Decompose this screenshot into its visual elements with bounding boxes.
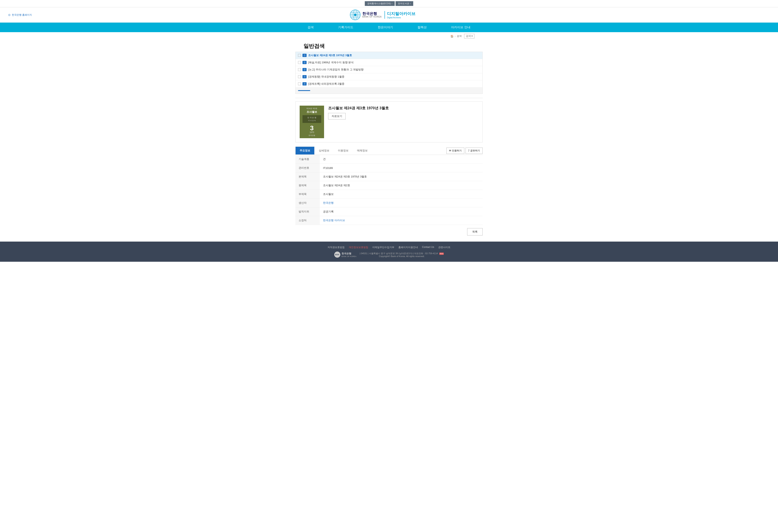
divider (295, 98, 483, 98)
search-dropdown-btn[interactable]: 검색 ▾ (464, 34, 474, 39)
breadcrumb: 🏠 › 검색 검색 ▾ (295, 32, 483, 39)
book-vol-label: 제24권 제3호 (301, 107, 323, 110)
tab-detail-info[interactable]: 상세정보 (314, 147, 334, 155)
tab-usage-info[interactable]: 이용정보 (334, 147, 353, 155)
result-item-2[interactable]: 건 [논고] 우리나라 기계공업의 현황과 그 개발방향 (296, 66, 482, 73)
home-link[interactable]: ⊙ 한국은행 홈페이지 (8, 13, 32, 17)
book-inner-box: 한 국 은 행 국 내 경 제 (303, 115, 321, 123)
page-title-bar: 일반검색 (295, 39, 483, 52)
result-checkbox-1[interactable] (298, 61, 301, 64)
footer-links: 저작권보호방침 개인정보보호방침 이메일무단수집거부 홈페이지이용안내 Cont… (8, 246, 770, 249)
elibrary-label: 전자도서관 (398, 2, 409, 5)
cite-button[interactable]: ✉ 인용하기 (446, 148, 464, 154)
share-button[interactable]: ⤴ 공유하기 (466, 148, 483, 154)
meta-value-7: 한국은행 아카이브 (320, 216, 483, 225)
view-data-button[interactable]: 자료보기 (328, 113, 345, 120)
back-to-list-button[interactable]: 목록 (467, 228, 483, 235)
result-tag-4: 건 (303, 82, 307, 85)
back-btn-bar: 목록 (295, 228, 483, 235)
archive-subtitle: Digital Archives (387, 16, 415, 19)
tab-actions: ✉ 인용하기 ⤴ 공유하기 (446, 148, 483, 154)
footer: 저작권보호방침 개인정보보호방침 이메일무단수집거부 홈페이지이용안내 Cont… (0, 242, 778, 262)
footer-link-contact[interactable]: Contact Us (422, 246, 434, 249)
book-number-area: 3 1970 (310, 125, 314, 134)
tab-media-info[interactable]: 매체정보 (353, 147, 372, 155)
result-item-1[interactable]: 건 [해설,자료] 1969년 국제수지 동향 분석 (296, 59, 482, 66)
share-icon: ⤴ (468, 149, 469, 152)
chevron-right-icon: › (410, 2, 410, 5)
footer-link-related[interactable]: 관련사이트 (438, 246, 451, 249)
globe-icon (350, 9, 361, 20)
result-item-0[interactable]: 건 조사월보 제24권 제3호 1970년 3월호 (296, 52, 482, 59)
footer-copyright: Copyright© Bank of Korea. All rights res… (379, 255, 424, 257)
meta-label-5: 생산자 (295, 199, 320, 207)
book-footer-logo: 한국은행 (309, 134, 315, 137)
footer-logo-icon: BOK (334, 251, 340, 258)
book-number: 3 (310, 125, 314, 131)
footer-logo-english: BANK OF KOREA (341, 255, 357, 257)
nav-about[interactable]: 아카이브 안내 (439, 22, 482, 32)
main-nav: 검색 기록가이드 한은이야기 컬렉션 아카이브 안내 (0, 22, 778, 32)
location-link[interactable]: 한국은행 아카이브 (323, 219, 345, 222)
breadcrumb-separator: › (455, 35, 456, 37)
result-text-0: 조사월보 제24권 제3호 1970년 3월호 (308, 54, 352, 57)
breadcrumb-current: 검색 (457, 34, 462, 38)
meta-value-6: 공공기록 (320, 207, 483, 216)
footer-link-privacy[interactable]: 개인정보보호방침 (349, 246, 368, 249)
footer-link-copyright[interactable]: 저작권보호방침 (327, 246, 344, 249)
book-year: 1970 (310, 131, 314, 134)
elibrary-button[interactable]: 전자도서관 › (395, 1, 413, 6)
tab-main-info[interactable]: 주요정보 (295, 147, 314, 155)
logo-korean-text: 한국은행 (362, 12, 377, 16)
footer-address: | 04531 | 서울특별시 중구 남대문로 39 (남대문로3가) | 대표… (360, 252, 444, 257)
search-result-list: 건 조사월보 제24권 제3호 1970년 3월호 건 [해설,자료] 1969… (295, 52, 483, 94)
meta-label-7: 소장처 (295, 216, 320, 225)
tabs-bar: 주요정보 상세정보 이용정보 매체정보 ✉ 인용하기 ⤴ 공유하기 (295, 147, 483, 155)
home-breadcrumb[interactable]: 🏠 (451, 35, 454, 37)
book-title-label: 조사월보 (301, 110, 323, 113)
result-text-2: [논고] 우리나라 기계공업의 현황과 그 개발방향 (308, 68, 364, 71)
meta-row-1: 관리번호 IT10189 (295, 164, 483, 172)
footer-link-guide[interactable]: 홈페이지이용안내 (398, 246, 418, 249)
result-item-partial[interactable] (296, 87, 482, 94)
meta-value-3: 조사월보 제24권 제2호 (320, 181, 483, 190)
result-checkbox-0[interactable] (298, 54, 301, 57)
ecos-label: 경제통계시스템(ECOS) (367, 2, 391, 5)
result-checkbox-3[interactable] (298, 75, 301, 78)
nav-collection[interactable]: 컬렉션 (405, 22, 439, 32)
svg-point-6 (354, 14, 357, 16)
result-item-3[interactable]: 건 [경제동향] 국내경제동향 1월중 (296, 73, 482, 80)
top-bar: 경제통계시스템(ECOS) › 전자도서관 › (0, 0, 778, 7)
meta-value-0: 건 (320, 155, 483, 164)
footer-bottom: BOK 한국은행 BANK OF KOREA | 04531 | 서울특별시 중… (8, 251, 770, 258)
meta-value-2: 조사월보 제24권 제3호 1970년 3월호 (320, 172, 483, 181)
detail-panel: 제24권 제3호 조사월보 한 국 은 행 국 내 경 제 3 1970 한국은… (295, 101, 483, 143)
meta-row-6: 법적지위 공공기록 (295, 207, 483, 216)
book-inner-text: 한 국 은 행 (303, 117, 320, 119)
meta-row-3: 원제목 조사월보 제24권 제2호 (295, 181, 483, 190)
meta-label-2: 본제목 (295, 172, 320, 181)
result-checkbox-4[interactable] (298, 82, 301, 85)
archive-title: 디지털아카이브 (387, 11, 415, 16)
result-item-4[interactable]: 건 [경제조록] 내외경제조록 2월중 (296, 80, 482, 87)
meta-label-6: 법적지위 (295, 207, 320, 216)
header: ⊙ 한국은행 홈페이지 한국은행 BANK OF KOREA 디지털아카이브 D… (0, 7, 778, 22)
nav-stories[interactable]: 한은이야기 (366, 22, 405, 32)
producer-link[interactable]: 한국은행 (323, 201, 334, 204)
rss-icon[interactable]: RSS (439, 252, 444, 255)
result-tag-0: 건 (303, 54, 307, 57)
nav-guide[interactable]: 기록가이드 (326, 22, 366, 32)
cite-label: 인용하기 (452, 149, 462, 152)
page-title: 일반검색 (304, 43, 474, 50)
result-checkbox-2[interactable] (298, 68, 301, 71)
nav-search[interactable]: 검색 (295, 22, 326, 32)
result-tag-1: 건 (303, 61, 307, 64)
footer-link-email[interactable]: 이메일무단수집거부 (372, 246, 394, 249)
meta-row-7: 소장처 한국은행 아카이브 (295, 216, 483, 225)
detail-info: 조사월보 제24권 제3호 1970년 3월호 자료보기 (328, 105, 478, 138)
footer-logo-korean: 한국은행 (341, 252, 357, 255)
ecos-button[interactable]: 경제통계시스템(ECOS) › (365, 1, 395, 6)
meta-row-0: 기술계층 건 (295, 155, 483, 164)
footer-logo: BOK 한국은행 BANK OF KOREA (334, 251, 357, 258)
tabs-left: 주요정보 상세정보 이용정보 매체정보 (295, 147, 372, 155)
